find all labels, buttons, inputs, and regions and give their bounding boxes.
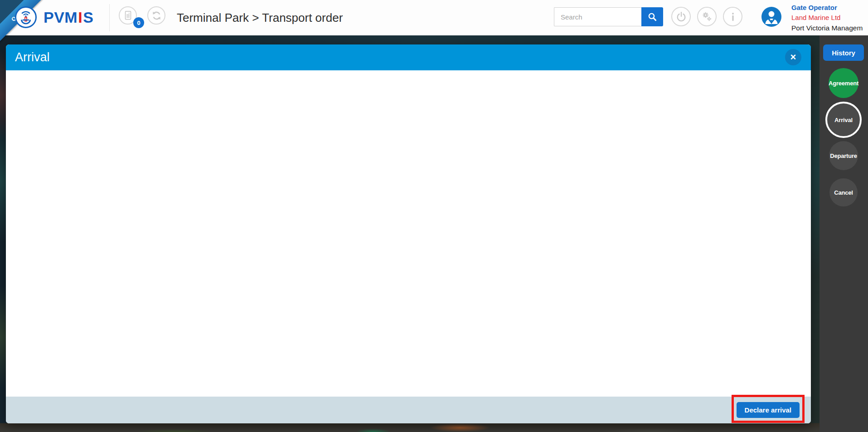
orders-count-value: 0 [137, 20, 140, 26]
modal-title: Arrival [15, 44, 50, 70]
info-icon [727, 11, 739, 23]
declare-arrival-button[interactable]: Declare arrival [737, 402, 800, 418]
step-departure[interactable]: Departure [829, 141, 858, 170]
orders-count-badge: 0 [133, 17, 144, 28]
step-arrival[interactable]: Arrival [825, 102, 862, 138]
info-button[interactable] [723, 7, 742, 26]
step-agreement[interactable]: Agreement [829, 68, 858, 98]
close-button[interactable]: × [785, 49, 801, 65]
modal-body [6, 70, 811, 397]
magnifier-icon [647, 11, 658, 22]
history-button[interactable]: History [823, 44, 864, 61]
user-info: Gate Operator Land Marine Ltd Port Victo… [791, 3, 863, 33]
header-divider [109, 4, 110, 31]
logo-part-1: PVM [44, 9, 78, 26]
logo-part-2: S [83, 9, 93, 26]
settings-button[interactable] [697, 7, 717, 26]
user-company: Land Marine Ltd [791, 13, 863, 23]
close-icon: × [790, 49, 796, 65]
user-role: Gate Operator [791, 3, 863, 13]
settings-gears-icon [701, 10, 713, 23]
modal-footer: Declare arrival [6, 397, 811, 423]
refresh-button[interactable] [147, 6, 165, 25]
power-icon [675, 11, 687, 23]
logout-button[interactable] [671, 7, 691, 26]
user-organization: Port Victoria Managem [791, 23, 863, 33]
document-icon [122, 10, 134, 21]
logo-part-i: I [78, 9, 83, 26]
pvmis-logo-text[interactable]: PVMIS [44, 9, 93, 26]
avatar[interactable] [761, 7, 781, 27]
pvmis-logo-icon[interactable] [15, 6, 37, 29]
refresh-icon [151, 10, 162, 21]
arrival-modal: Arrival × Declare arrival [6, 44, 811, 423]
search-input[interactable] [554, 7, 641, 26]
step-cancel[interactable]: Cancel [829, 178, 858, 206]
top-header-bar: QA PVMIS 0 Ter [0, 0, 868, 35]
workflow-sidebar: History Agreement Arrival Departure Canc… [820, 35, 868, 432]
modal-header: Arrival × [6, 44, 811, 70]
search-button[interactable] [641, 7, 663, 26]
breadcrumb: Terminal Park > Transport order [177, 0, 343, 35]
